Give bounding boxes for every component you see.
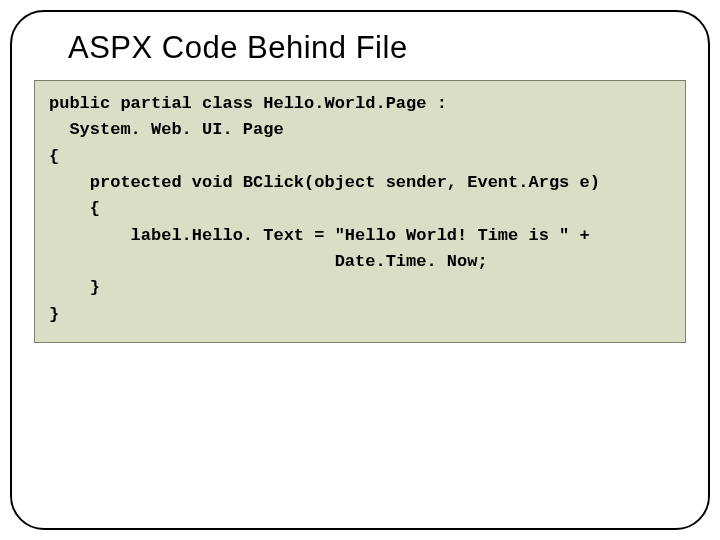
code-snippet: public partial class Hello.World.Page : … bbox=[49, 91, 671, 328]
slide-frame: ASPX Code Behind File public partial cla… bbox=[10, 10, 710, 530]
code-box: public partial class Hello.World.Page : … bbox=[34, 80, 686, 343]
slide-title: ASPX Code Behind File bbox=[68, 30, 688, 66]
